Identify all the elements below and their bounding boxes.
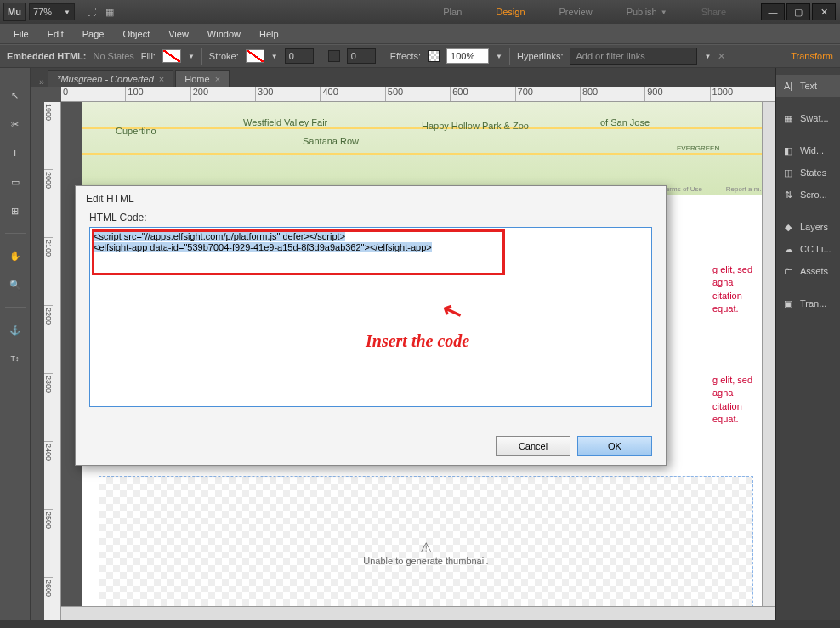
opacity-input[interactable]: 100% (446, 48, 489, 64)
tab-share[interactable]: Share (684, 0, 743, 24)
anchor-tool[interactable]: ⚓ (5, 320, 26, 340)
panel-cclib[interactable]: ☁CC Li... (776, 238, 840, 260)
chevron-down-icon[interactable]: ▼ (271, 53, 278, 60)
tab-plan[interactable]: Plan (426, 0, 479, 24)
transform-link[interactable]: Transform (791, 51, 833, 61)
widgets-icon: ◧ (781, 145, 795, 156)
panel-widgets[interactable]: ◧Wid... (776, 139, 840, 161)
effects-label: Effects: (390, 51, 421, 61)
chevron-down-icon[interactable]: ▼ (496, 53, 502, 60)
map-terms-link[interactable]: Terms of Use (662, 185, 702, 193)
tab-publish[interactable]: Publish ▼ (610, 0, 684, 24)
assets-icon: 🗀 (781, 266, 795, 276)
menu-edit[interactable]: Edit (39, 25, 72, 42)
panel-swatches[interactable]: ▦Swat... (776, 107, 840, 129)
text-block: g elit, sedagna citationequat. (712, 263, 763, 316)
dialog-title: Edit HTML (76, 186, 666, 212)
stroke-swatch[interactable] (246, 49, 264, 63)
maximize-button[interactable]: ▢ (786, 3, 810, 20)
fill-swatch[interactable] (162, 49, 181, 63)
zoom-tool[interactable]: 🔍 (5, 274, 26, 295)
map-report-link[interactable]: Report a m... (726, 185, 765, 193)
panel-layers[interactable]: ◆Layers (776, 216, 840, 238)
document-tabs: » *Musgreen - Converted × Home × (31, 68, 775, 87)
hyperlinks-input[interactable]: Add or filter links (570, 48, 697, 65)
chevron-down-icon: ▼ (64, 8, 71, 16)
edit-html-dialog: Edit HTML HTML Code: <script src="//apps… (75, 185, 667, 466)
panel-assets[interactable]: 🗀Assets (776, 260, 840, 282)
toolbox: ↖ ✂ T ▭ ⊞ ✋ 🔍 ⚓ T↕ (0, 68, 31, 620)
transform-icon: ▣ (781, 298, 795, 309)
chevron-down-icon: ▼ (661, 8, 667, 16)
right-panel: A|Text ▦Swat... ◧Wid... ◫States ⇅Scro...… (775, 68, 840, 620)
hyperlinks-label: Hyperlinks: (517, 51, 563, 61)
html-widget-placeholder[interactable]: ⚠ Unable to generate thumbnail. (99, 476, 753, 620)
tab-nav-icon[interactable]: » (36, 76, 48, 87)
text-icon: A| (781, 81, 795, 91)
vertical-ruler: 19002000 21002200 23002400 25002600 (44, 102, 61, 620)
zoom-dropdown[interactable]: 77% ▼ (29, 3, 75, 20)
close-icon[interactable]: × (215, 74, 220, 84)
title-bar: Mu 77% ▼ ⛶ ▦ Plan Design Preview Publish… (0, 0, 840, 24)
crop-tool[interactable]: ✂ (5, 114, 26, 134)
clear-icon[interactable]: ✕ (718, 51, 725, 62)
close-button[interactable]: ✕ (812, 3, 836, 20)
vertical-scrollbar[interactable] (762, 102, 775, 606)
close-icon[interactable]: × (159, 74, 164, 84)
app-logo: Mu (3, 3, 26, 21)
menu-file[interactable]: File (5, 25, 37, 42)
cancel-button[interactable]: Cancel (496, 436, 570, 456)
text-format-tool[interactable]: T↕ (5, 348, 26, 369)
panel-scroll[interactable]: ⇅Scro... (776, 184, 840, 206)
corner-option[interactable] (328, 50, 340, 62)
menu-window[interactable]: Window (199, 25, 249, 42)
stroke-width-input[interactable]: 0 (285, 48, 314, 64)
states-dropdown[interactable]: No States (94, 51, 134, 61)
control-bar: Embedded HTML: No States Fill: ▼ Stroke:… (0, 44, 840, 68)
status-bar (0, 620, 840, 628)
layers-icon: ◆ (781, 222, 795, 233)
menu-help[interactable]: Help (251, 25, 287, 42)
embedded-label: Embedded HTML: (7, 51, 87, 61)
text-block: g elit, sedagna citationequat. (712, 374, 763, 427)
menu-icon[interactable]: ▦ (100, 3, 119, 20)
panel-transform[interactable]: ▣Tran... (776, 292, 840, 314)
map-widget: Cupertino Westfield Valley Fair Santana … (82, 102, 770, 195)
corner-input[interactable]: 0 (347, 48, 376, 64)
ok-button[interactable]: OK (577, 436, 652, 456)
tab-preview[interactable]: Preview (542, 0, 610, 24)
horizontal-ruler: 0100 200300 400500 600700 800900 1000 (61, 87, 775, 102)
panel-text[interactable]: A|Text (776, 75, 840, 97)
expand-icon[interactable]: ⛶ (82, 3, 100, 20)
annotation-frame (92, 229, 505, 275)
html-code-label: HTML Code: (76, 212, 666, 227)
fill-label: Fill: (141, 51, 156, 61)
hand-tool[interactable]: ✋ (5, 246, 26, 266)
menu-page[interactable]: Page (74, 25, 113, 42)
minimize-button[interactable]: — (761, 3, 785, 20)
doc-tab-home[interactable]: Home × (175, 70, 230, 87)
text-tool[interactable]: T (5, 143, 26, 163)
horizontal-scrollbar[interactable] (61, 606, 775, 620)
effects-swatch[interactable] (428, 50, 440, 62)
selection-tool[interactable]: ↖ (5, 85, 26, 105)
zoom-value: 77% (33, 7, 52, 17)
swatches-icon: ▦ (781, 113, 795, 124)
menu-bar: File Edit Page Object View Window Help (0, 24, 840, 44)
menu-object[interactable]: Object (114, 25, 158, 42)
menu-view[interactable]: View (160, 25, 197, 42)
chevron-down-icon[interactable]: ▼ (188, 53, 195, 60)
placeholder-message: Unable to generate thumbnail. (363, 556, 488, 566)
states-icon: ◫ (781, 167, 795, 178)
panel-states[interactable]: ◫States (776, 161, 840, 184)
chevron-down-icon[interactable]: ▼ (704, 53, 711, 60)
doc-tab-musgreen[interactable]: *Musgreen - Converted × (48, 70, 173, 87)
scroll-icon: ⇅ (781, 190, 795, 201)
annotation-text: Insert the code (366, 331, 469, 351)
frame-tool[interactable]: ⊞ (5, 201, 26, 221)
cc-icon: ☁ (781, 244, 795, 255)
rectangle-tool[interactable]: ▭ (5, 172, 26, 192)
stroke-label: Stroke: (209, 51, 239, 61)
tab-design[interactable]: Design (479, 0, 542, 24)
html-code-textarea[interactable]: <script src="//apps.elfsight.com/p/platf… (89, 227, 652, 407)
